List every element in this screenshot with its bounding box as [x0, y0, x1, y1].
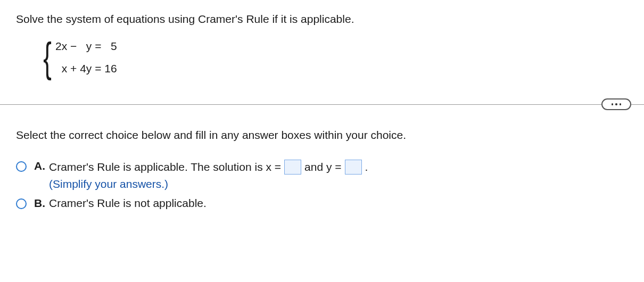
more-options-button[interactable] — [601, 98, 631, 110]
choice-a: A. Cramer's Rule is applicable. The solu… — [16, 160, 628, 190]
choice-b-body: Cramer's Rule is not applicable. — [49, 197, 628, 210]
choice-a-text-between: and y = — [304, 161, 341, 173]
choice-b: B. Cramer's Rule is not applicable. — [16, 197, 628, 210]
radio-choice-a[interactable] — [16, 161, 27, 172]
equation-system: { 2x − y = 5 x + 4y = 16 — [40, 35, 628, 80]
answer-input-x[interactable] — [284, 160, 301, 175]
radio-choice-b[interactable] — [16, 198, 27, 209]
choice-a-label: A. — [34, 160, 49, 172]
answer-instruction: Select the correct choice below and fill… — [16, 129, 628, 142]
choice-b-text: Cramer's Rule is not applicable. — [49, 197, 207, 209]
choice-a-text-before: Cramer's Rule is applicable. The solutio… — [49, 161, 281, 173]
choice-b-label: B. — [34, 197, 49, 210]
equation-row-1: 2x − y = 5 — [55, 35, 117, 57]
equations: 2x − y = 5 x + 4y = 16 — [55, 35, 117, 80]
choice-a-body: Cramer's Rule is applicable. The solutio… — [49, 160, 628, 190]
answer-input-y[interactable] — [345, 160, 362, 175]
dot-icon — [612, 103, 614, 105]
brace-icon: { — [43, 37, 52, 78]
question-prompt: Solve the system of equations using Cram… — [16, 13, 628, 26]
dot-icon — [615, 103, 617, 105]
choice-a-text-after: . — [365, 161, 368, 173]
choice-a-hint: (Simplify your answers.) — [49, 178, 628, 190]
dot-icon — [620, 103, 622, 105]
section-divider — [0, 99, 644, 110]
divider-line — [0, 104, 644, 105]
equation-row-2: x + 4y = 16 — [55, 57, 117, 80]
